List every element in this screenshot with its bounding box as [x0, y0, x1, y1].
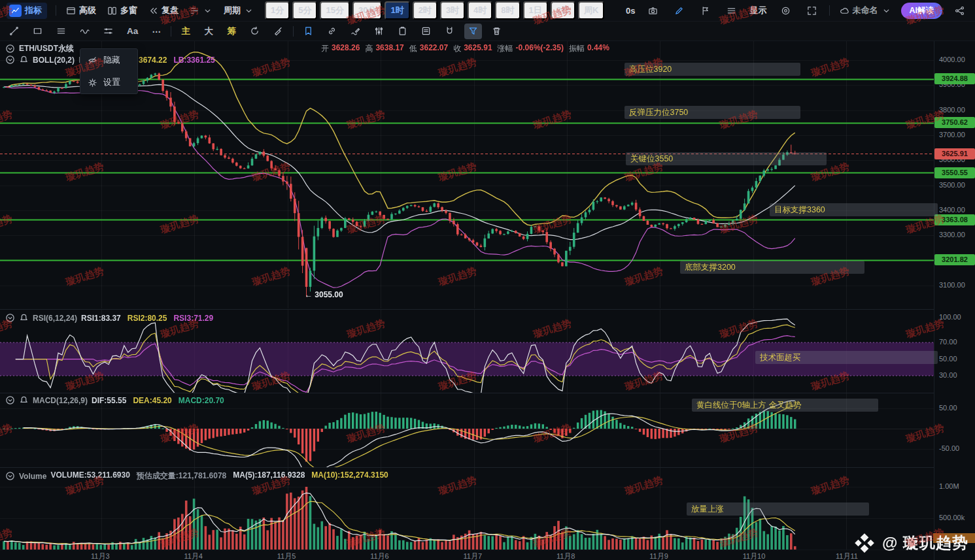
fullscreen-button[interactable]: [803, 3, 821, 18]
lines-tool[interactable]: [52, 24, 70, 39]
toolbar-divider: [171, 26, 171, 37]
multi-window-icon: [107, 6, 117, 16]
countdown-timer: 0s: [626, 6, 635, 16]
tag-button[interactable]: [696, 3, 714, 18]
bookmark-tool[interactable]: [299, 24, 317, 39]
layout-cloud-button[interactable]: 未命名: [838, 3, 893, 18]
volume-surge-label[interactable]: 放量上涨: [687, 502, 869, 516]
toolbar-divider: [293, 26, 294, 37]
share-button[interactable]: [951, 3, 968, 18]
rect-tool[interactable]: [29, 24, 46, 39]
alert-bell-icon[interactable]: [19, 55, 29, 65]
macd-golden-cross-label[interactable]: 黄白线位于0轴上方 金叉趋势: [692, 399, 878, 412]
indicator-context-menu: 隐藏 设置: [80, 48, 138, 94]
menu-item-settings[interactable]: 设置: [80, 71, 137, 93]
timeframe-8时[interactable]: 8时: [495, 1, 520, 20]
cursor-line-tool[interactable]: [5, 24, 23, 39]
volume-header-row: Volume VOLUME:53,211.6930预估成交量:121,781.6…: [5, 470, 388, 482]
timeframe-1日[interactable]: 1日: [523, 1, 548, 20]
compare-tool[interactable]: [370, 24, 388, 39]
trash-tool[interactable]: [488, 24, 505, 39]
price-axis[interactable]: 4000.003900.003800.003700.003600.003500.…: [934, 41, 975, 560]
collapse-icon[interactable]: [5, 55, 15, 65]
screenshot-button[interactable]: [644, 3, 662, 18]
magnet-tool[interactable]: [441, 24, 458, 39]
level-price-badge: 3363.08: [934, 214, 975, 225]
key-level-label[interactable]: 关键位3550: [626, 152, 827, 165]
ai-analysis-button[interactable]: AI解读: [901, 3, 943, 19]
settings-button[interactable]: [777, 3, 795, 18]
volume-profile-button[interactable]: [188, 5, 214, 17]
ohlc-values: 开3628.26高3638.17低3622.07收3625.91涨幅-0.06%…: [321, 43, 615, 54]
rebound-pressure-label[interactable]: 反弹压力位3750: [624, 106, 800, 119]
ohlc-field: 低3622.07: [409, 43, 448, 54]
brand-logo: @ 璇玑趋势: [853, 532, 968, 554]
text-tool[interactable]: Aa: [123, 24, 142, 39]
eye-off-icon: [88, 56, 97, 65]
symbol-name: ETH/USDT永续: [19, 43, 74, 54]
brush-tool[interactable]: [269, 24, 287, 39]
top-toolbar: 指标 高级 多窗 复盘 周期 1分5分15分30: [0, 0, 975, 22]
timeframe-3时[interactable]: 3时: [440, 1, 465, 20]
indicator-label: 指标: [25, 5, 42, 16]
collapse-icon[interactable]: [5, 44, 15, 54]
display-button[interactable]: 显示: [749, 3, 768, 18]
high-pressure-label[interactable]: 高压位3920: [624, 63, 800, 76]
level-price-badge: 3550.55: [934, 167, 975, 178]
pen-tool[interactable]: [347, 24, 364, 39]
indicator-value: RSI1:83.37: [81, 314, 121, 323]
timeframe-1分[interactable]: 1分: [265, 1, 290, 20]
timeframe-15分[interactable]: 15分: [320, 1, 349, 20]
advanced-button[interactable]: 高级: [65, 3, 97, 18]
collapse-icon[interactable]: [5, 395, 15, 405]
timeframe-5分[interactable]: 5分: [292, 1, 317, 20]
channel-tool[interactable]: [99, 24, 117, 39]
period-button[interactable]: 周期: [222, 3, 255, 18]
pane-divider[interactable]: [0, 393, 975, 393]
indicator-button[interactable]: 指标: [7, 3, 47, 19]
ohlc-field: 振幅0.44%: [569, 43, 609, 54]
alert-bell-icon[interactable]: [19, 395, 29, 405]
large-view-toggle[interactable]: 大: [200, 24, 217, 39]
menu-item-hide[interactable]: 隐藏: [80, 49, 137, 71]
draw-button[interactable]: [670, 3, 688, 18]
timeframe-2时[interactable]: 2时: [413, 1, 437, 20]
macd-header-row: MACD(12,26,9) DIF:55.55DEA:45.20MACD:20.…: [5, 395, 224, 405]
collapse-icon[interactable]: [5, 471, 15, 481]
wave-tool[interactable]: [76, 24, 94, 39]
time-axis-label: 11月5: [277, 552, 296, 560]
toolbar-divider: [829, 5, 830, 16]
time-axis-label: 11月10: [743, 552, 766, 560]
clipboard-tool[interactable]: [394, 24, 411, 39]
refresh-tool[interactable]: [246, 24, 264, 39]
alert-bell-icon[interactable]: [19, 313, 29, 323]
list-icon: [727, 6, 736, 16]
timeframe-30分[interactable]: 30分: [352, 1, 382, 20]
timeframe-周K[interactable]: 周K: [578, 1, 604, 20]
timeframe-1时[interactable]: 1时: [385, 1, 409, 20]
main-chart-toggle[interactable]: 主: [177, 24, 194, 39]
collapse-icon[interactable]: [5, 313, 15, 323]
overbought-label[interactable]: 技术面超买: [755, 351, 938, 364]
timeframe-4时[interactable]: 4时: [468, 1, 492, 20]
indicator-value: RSI2:80.25: [128, 314, 167, 323]
timeframe-2日[interactable]: 2日: [551, 1, 575, 20]
list-button[interactable]: [723, 3, 740, 18]
filter-tool[interactable]: [464, 24, 482, 39]
ohlc-field: 开3628.26: [321, 43, 360, 54]
timeframe-list: 1分5分15分30分1时2时3时4时8时1日2日周K: [265, 1, 604, 20]
time-axis[interactable]: 11月311月411月511月611月711月811月911月1011月11: [0, 550, 934, 560]
bottom-support-label[interactable]: 底部支撑3200: [680, 261, 864, 274]
notes-tool[interactable]: [417, 24, 435, 39]
target-support-label[interactable]: 目标支撑3360: [770, 203, 938, 216]
pane-divider[interactable]: [0, 309, 975, 310]
more-tools[interactable]: ⋯: [148, 24, 165, 39]
indicator-value: MA(5):187,116.9328: [233, 470, 305, 482]
replay-button[interactable]: 复盘: [147, 3, 180, 18]
chip-distribution-toggle[interactable]: 筹: [223, 24, 240, 39]
volume-indicator-name: Volume: [19, 472, 46, 481]
link-tool[interactable]: [323, 24, 341, 39]
pane-divider[interactable]: [0, 467, 975, 468]
gear-icon: [88, 78, 97, 88]
multi-window-button[interactable]: 多窗: [106, 3, 139, 18]
